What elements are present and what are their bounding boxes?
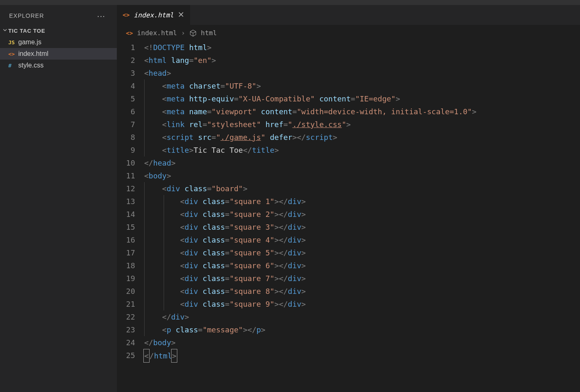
indent-guide: [144, 298, 145, 310]
titlebar: [0, 0, 580, 5]
code-line[interactable]: <title>Tic Tac Toe</title>: [144, 144, 580, 156]
line-number: 20: [117, 285, 135, 298]
line-number: 13: [117, 195, 135, 208]
code-line[interactable]: <!DOCTYPE html>: [144, 41, 580, 54]
line-number: 25: [117, 349, 135, 362]
line-number: 17: [117, 246, 135, 259]
code-line[interactable]: <div class="square 2"></div>: [144, 208, 580, 221]
indent-guide: [164, 246, 164, 259]
editor-pane: <> index.html <> index.html › html 12345…: [117, 5, 580, 392]
file-label: game.js: [18, 38, 41, 46]
code-line[interactable]: <div class="square 5"></div>: [144, 246, 580, 259]
code-line[interactable]: <link rel="stylesheet" href="./style.css…: [144, 118, 580, 131]
chevron-right-icon: ›: [181, 29, 185, 37]
tab-bar: <> index.html: [117, 5, 580, 25]
tab-label: index.html: [134, 11, 174, 19]
code-line[interactable]: <meta name="viewport" content="width=dev…: [144, 105, 580, 118]
line-number: 4: [117, 79, 135, 92]
indent-guide: [144, 285, 145, 298]
indent-guide: [164, 233, 164, 246]
indent-guide: [144, 195, 145, 208]
chevron-down-icon: [2, 27, 8, 34]
code-line[interactable]: <div class="square 3"></div>: [144, 221, 580, 233]
js-file-icon: JS: [8, 39, 18, 46]
line-number: 16: [117, 233, 135, 246]
code-line[interactable]: <div class="square 1"></div>: [144, 195, 580, 208]
symbol-icon: [189, 29, 197, 37]
file-item-game-js[interactable]: JSgame.js: [0, 36, 117, 48]
line-number: 10: [117, 156, 135, 169]
indent-guide: [144, 92, 145, 105]
indent-guide: [164, 285, 164, 298]
css-file-icon: #: [8, 63, 18, 69]
html-file-icon: <>: [123, 12, 130, 18]
indent-guide: [164, 195, 164, 208]
indent-guide: [164, 272, 164, 285]
explorer-title: EXPLORER: [9, 12, 44, 19]
line-number: 12: [117, 182, 135, 195]
code-line[interactable]: <div class="square 7"></div>: [144, 272, 580, 285]
indent-guide: [164, 298, 164, 310]
code-line[interactable]: </body>: [144, 336, 580, 349]
indent-guide: [144, 246, 145, 259]
code-line[interactable]: <div class="square 8"></div>: [144, 285, 580, 298]
line-number: 7: [117, 118, 135, 131]
line-number: 1: [117, 41, 135, 54]
line-number: 14: [117, 208, 135, 221]
code-line[interactable]: <div class="square 6"></div>: [144, 259, 580, 272]
close-icon[interactable]: [178, 11, 184, 19]
code-line[interactable]: </div>: [144, 310, 580, 323]
code-editor[interactable]: 1234567891011121314151617181920212223242…: [117, 39, 580, 362]
indent-guide: [164, 208, 164, 221]
file-item-index-html[interactable]: <>index.html: [0, 48, 117, 60]
indent-guide: [144, 233, 145, 246]
code-line[interactable]: <html lang="en">: [144, 54, 580, 67]
html-file-icon: <>: [126, 30, 133, 36]
code-line[interactable]: <meta http-equiv="X-UA-Compatible" conte…: [144, 92, 580, 105]
code-line[interactable]: <body>: [144, 169, 580, 182]
explorer-sidebar: EXPLORER ··· TIC TAC TOE JSgame.js<>inde…: [0, 5, 117, 392]
indent-guide: [144, 259, 145, 272]
indent-guide: [144, 79, 145, 92]
breadcrumb-file: index.html: [137, 29, 177, 37]
code-line[interactable]: <p class="message"></p>: [144, 323, 580, 336]
code-line[interactable]: </head>: [144, 156, 580, 169]
code-line[interactable]: <script src="./game.js" defer></script>: [144, 131, 580, 144]
line-number: 15: [117, 221, 135, 233]
tab-index-html[interactable]: <> index.html: [117, 5, 191, 25]
explorer-more-icon[interactable]: ···: [97, 11, 109, 21]
explorer-section-header[interactable]: TIC TAC TOE: [0, 25, 117, 36]
code-line[interactable]: <div class="square 9"></div>: [144, 298, 580, 310]
breadcrumb-symbol: html: [201, 29, 217, 37]
indent-guide: [144, 208, 145, 221]
line-number: 2: [117, 54, 135, 67]
code-line[interactable]: <head>: [144, 67, 580, 79]
indent-guide: [144, 310, 145, 323]
code-line[interactable]: <meta charset="UTF-8">: [144, 79, 580, 92]
indent-guide: [144, 144, 145, 156]
line-number: 24: [117, 336, 135, 349]
indent-guide: [144, 118, 145, 131]
line-number: 9: [117, 144, 135, 156]
breadcrumb[interactable]: <> index.html › html: [117, 25, 580, 39]
indent-guide: [144, 182, 145, 195]
line-number: 22: [117, 310, 135, 323]
line-number: 5: [117, 92, 135, 105]
indent-guide: [164, 221, 164, 233]
html-file-icon: <>: [8, 51, 18, 57]
line-number: 23: [117, 323, 135, 336]
indent-guide: [144, 272, 145, 285]
line-number: 6: [117, 105, 135, 118]
file-label: index.html: [18, 50, 48, 58]
line-number: 21: [117, 298, 135, 310]
file-item-style-css[interactable]: #style.css: [0, 60, 117, 71]
line-number: 8: [117, 131, 135, 144]
code-line[interactable]: </html>: [144, 349, 580, 362]
code-line[interactable]: <div class="square 4"></div>: [144, 233, 580, 246]
indent-guide: [144, 105, 145, 118]
line-number: 11: [117, 169, 135, 182]
explorer-section-title: TIC TAC TOE: [8, 28, 45, 34]
code-line[interactable]: <div class="board">: [144, 182, 580, 195]
line-number: 3: [117, 67, 135, 79]
line-number: 19: [117, 272, 135, 285]
